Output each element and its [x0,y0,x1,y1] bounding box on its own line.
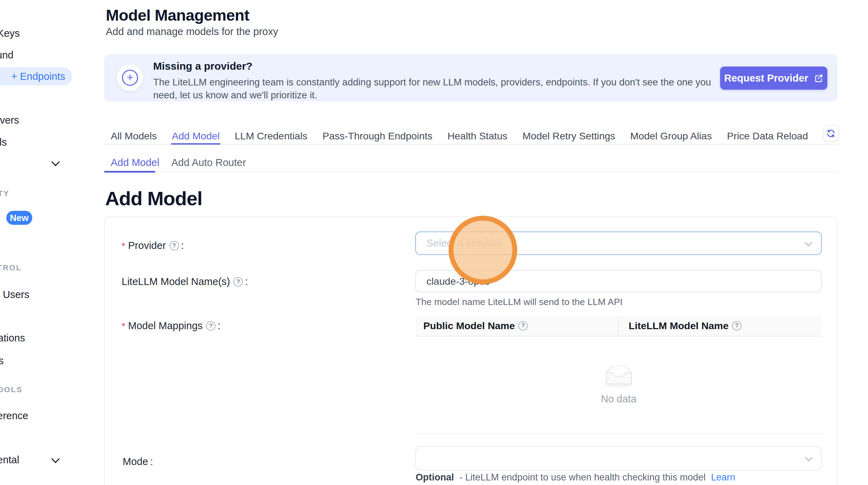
banner-title: Missing a provider? [153,60,252,72]
learn-link[interactable]: Learn [711,472,735,483]
add-model-subtabs: Add Model Add Auto Router [104,154,838,172]
sidebar-item-playground[interactable]: und [0,49,13,61]
help-icon[interactable]: ? [170,241,179,250]
label-colon: : [245,276,248,287]
subtab-add-model[interactable]: Add Model [111,154,159,171]
model-name-label-text: LiteLLM Model Name(s) [122,276,230,287]
mode-label-text: Mode [123,456,148,467]
required-asterisk: * [122,241,125,252]
chevron-down-icon [51,455,60,463]
sidebar-item-organizations[interactable]: ations [0,332,25,344]
litellm-model-name-header-text: LiteLLM Model Name [629,320,729,332]
help-icon[interactable]: ? [233,277,243,286]
help-icon[interactable]: ? [518,321,528,331]
sidebar-item-experimental[interactable]: ental [0,454,19,466]
tab-add-model[interactable]: Add Model [172,128,219,144]
tab-llm-credentials[interactable]: LLM Credentials [235,128,308,144]
banner-icon-circle: + [117,64,143,91]
label-colon: : [181,240,184,251]
page-subtitle: Add and manage models for the proxy [106,26,278,37]
add-model-heading: Add Model [105,187,202,210]
empty-box-icon [601,366,636,388]
request-provider-button[interactable]: Request Provider [720,67,827,90]
missing-provider-banner: + Missing a provider? The LiteLLM engine… [104,54,838,102]
sidebar-section-observability: TY [0,189,9,198]
request-provider-label: Request Provider [724,72,808,84]
tab-pass-through-endpoints[interactable]: Pass-Through Endpoints [322,128,432,144]
page: Keys und + Endpoints rvers ils TY New TR… [0,0,868,485]
subtab-active-underline [104,171,155,173]
model-tabs: All Models Add Model LLM Credentials Pas… [104,128,838,145]
refresh-button[interactable] [823,125,839,141]
sidebar-item-endpoints-label: + Endpoints [11,71,65,82]
label-colon: : [150,456,153,467]
help-icon[interactable]: ? [732,321,741,331]
sidebar-item-teams[interactable]: s [0,355,4,367]
model-name-helper: The model name LiteLLM will send to the … [416,297,623,307]
public-model-name-column: Public Model Name ? [416,320,618,332]
model-mappings-label: * Model Mappings ? : [122,320,220,332]
sidebar-item-reference[interactable]: erence [0,410,28,422]
model-name-input[interactable] [415,270,822,292]
chevron-down-icon [805,239,812,246]
mode-label: Mode : [123,456,153,467]
tab-price-data-reload[interactable]: Price Data Reload [727,128,808,144]
required-asterisk: * [122,321,125,332]
chevron-down-icon [51,158,60,166]
mode-select[interactable] [415,446,822,471]
help-icon[interactable]: ? [206,321,216,331]
tab-model-retry-settings[interactable]: Model Retry Settings [522,128,615,144]
tab-all-models[interactable]: All Models [111,128,157,144]
model-name-label: LiteLLM Model Name(s) ? : [122,276,248,287]
sidebar-item-keys[interactable]: Keys [0,28,20,39]
mode-helper: Optional - LiteLLM endpoint to use when … [416,472,735,483]
refresh-icon [826,129,836,138]
label-colon: : [218,320,220,332]
tab-model-group-alias[interactable]: Model Group Alias [630,128,712,144]
provider-label-text: Provider [128,240,166,251]
provider-select[interactable]: Select a provider [415,231,822,255]
sidebar-section-control: TROL [0,263,22,272]
no-data-text: No data [601,393,637,405]
sidebar-item-guardrails[interactable]: ils [0,137,7,148]
sidebar-item-users[interactable]: Users [3,289,29,300]
new-badge: New [6,211,32,225]
sidebar-section-tools: OOLS [0,385,22,394]
mappings-empty-state: No data [416,337,822,434]
litellm-model-name-column: LiteLLM Model Name ? [618,315,822,336]
tab-health-status[interactable]: Health Status [447,128,507,144]
mode-helper-text: - LiteLLM endpoint to use when health ch… [459,472,705,483]
public-model-name-header-text: Public Model Name [423,320,515,332]
external-link-icon [814,74,823,83]
page-title: Model Management [106,6,250,25]
chevron-down-icon [805,454,812,461]
plus-circle-icon: + [122,70,138,86]
sidebar-item-servers[interactable]: rvers [0,115,19,126]
sidebar-item-endpoints-active[interactable]: + Endpoints [0,67,72,85]
mode-helper-prefix: Optional [416,472,454,483]
banner-body: The LiteLLM engineering team is constant… [153,76,714,102]
provider-label: * Provider ? : [122,240,184,252]
provider-select-placeholder: Select a provider [426,237,503,249]
model-mappings-label-text: Model Mappings [128,320,203,332]
mappings-table-header: Public Model Name ? LiteLLM Model Name ? [416,316,822,337]
subtab-add-auto-router[interactable]: Add Auto Router [171,154,246,171]
